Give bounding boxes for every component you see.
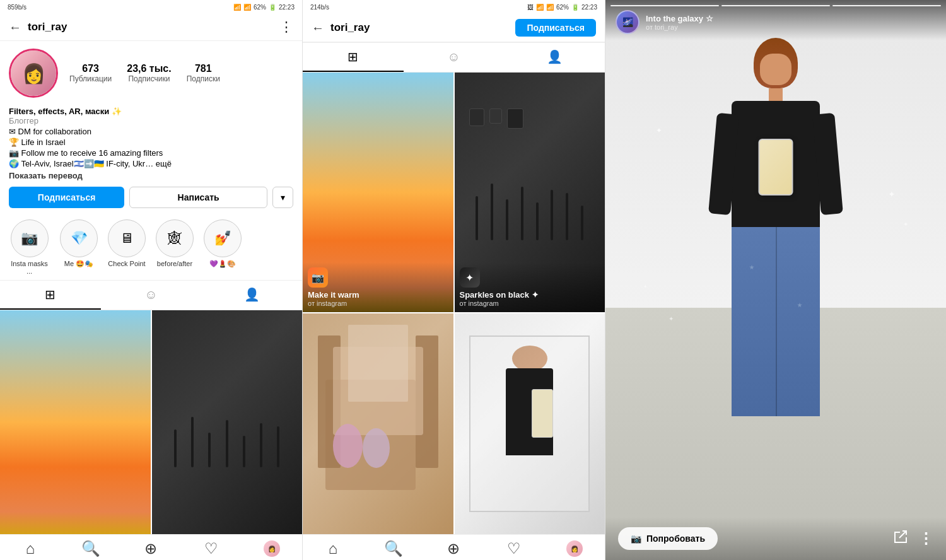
highlight-insta-masks[interactable]: 📷 Insta masks ... — [9, 219, 50, 275]
highlight-circle-check-point: 🖥 — [108, 219, 146, 257]
bottom-nav-middle: ⌂ 🔍 ⊕ ♡ 👩 — [303, 534, 605, 560]
highlight-me[interactable]: 💎 Me 🤩🎭 — [60, 219, 98, 275]
photo-grid-middle: 📷 Make it warm от instagram — [303, 73, 605, 534]
top-nav-middle: ← tori_ray Подписаться — [303, 14, 605, 42]
photo-grid-left — [0, 310, 302, 534]
grid-cell-sparkles-on-black[interactable]: ✦ Sparkles on black ✦ от instagram — [455, 73, 605, 312]
try-button[interactable]: 📷 Попробовать — [618, 527, 718, 550]
more-icon-story[interactable]: ⋮ — [918, 530, 933, 547]
bottom-heart-left[interactable]: ♡ — [181, 540, 242, 557]
highlight-circle-heart-nails: 💅 — [204, 219, 242, 257]
highlights-row-left: 📷 Insta masks ... 💎 Me 🤩🎭 🖥 Check Point … — [0, 214, 302, 280]
story-title: Into the galaxy ☆ — [646, 14, 936, 23]
bottom-profile-left[interactable]: 👩 — [242, 540, 302, 557]
tabs-row-left: ⊞ ☺ 👤 — [0, 280, 302, 310]
story-progress-bar — [610, 5, 941, 6]
bio-category: Блоггер — [9, 116, 293, 125]
phone-panel-left: 859b/s 📶 📶 62% 🔋 22:23 ← tori_ray ⋮ 👩 67… — [0, 0, 303, 560]
highlight-label-heart-nails: 💜💄🎨 — [209, 260, 236, 268]
bottom-profile-middle[interactable]: 👩 — [544, 540, 605, 557]
bottom-add-left[interactable]: ⊕ — [121, 540, 182, 557]
highlight-circle-me: 💎 — [60, 219, 98, 257]
highlight-heart-nails[interactable]: 💅 💜💄🎨 — [204, 219, 242, 275]
filter-name-make-it-warm: Make it warm — [308, 290, 448, 300]
story-title-wrap: Into the galaxy ☆ от tori_ray — [646, 14, 936, 31]
filter-from-make-it-warm: от instagram — [308, 300, 448, 307]
share-icon-story[interactable] — [893, 529, 908, 548]
story-background: ✦ ✦ ✦ ✦ ✦ — [605, 0, 946, 560]
tabs-row-middle: ⊞ ☺ 👤 — [303, 42, 605, 73]
highlight-label-check-point: Check Point — [108, 260, 145, 267]
tab-reels-middle[interactable]: ☺ — [404, 43, 505, 72]
signal-icon: 📶 — [243, 4, 251, 11]
dropdown-button-left[interactable]: ▾ — [272, 187, 293, 208]
write-button-left[interactable]: Написать — [129, 187, 267, 208]
bio-line3: 📷 Follow me to receive 16 amazing filter… — [9, 148, 293, 158]
status-speed-left: 859b/s — [8, 4, 26, 11]
status-speed-middle: 214b/s — [310, 4, 329, 11]
avatar-left[interactable]: 👩 — [9, 49, 58, 98]
bottom-home-left[interactable]: ⌂ — [0, 540, 61, 557]
grid-cell-mirror-selfie[interactable] — [455, 313, 605, 534]
grid-cell-make-it-warm[interactable]: 📷 Make it warm от instagram — [303, 73, 453, 312]
stat-posts: 673 Публикации — [69, 63, 112, 83]
bottom-nav-left: ⌂ 🔍 ⊕ ♡ 👩 — [0, 534, 302, 560]
back-button-middle[interactable]: ← — [312, 21, 324, 35]
highlight-circle-before-after: 🕸 — [156, 219, 194, 257]
overlay-make-it-warm: 📷 Make it warm от instagram — [303, 262, 453, 312]
svg-line-0 — [899, 531, 906, 538]
tab-reels-left[interactable]: ☺ — [101, 281, 202, 310]
show-translate-btn[interactable]: Показать перевод — [9, 171, 293, 180]
more-options-left[interactable]: ⋮ — [279, 19, 293, 35]
progress-seg-1 — [610, 5, 719, 6]
bio-line1: ✉ DM for collaboration — [9, 127, 293, 136]
bottom-heart-middle[interactable]: ♡ — [484, 540, 544, 557]
grid-cell-furniture[interactable] — [303, 313, 453, 534]
highlight-check-point[interactable]: 🖥 Check Point — [108, 219, 146, 275]
stat-followers: 23,6 тыс. Подписчики — [127, 63, 171, 83]
bio-line4: 🌍 Tel-Aviv, Israel🇮🇱➡️🇺🇦 IF-city, Ukr… е… — [9, 159, 293, 168]
battery-left: 62% — [254, 4, 266, 11]
status-bar-left: 859b/s 📶 📶 62% 🔋 22:23 — [0, 0, 302, 14]
bottom-search-middle[interactable]: 🔍 — [363, 540, 424, 557]
battery-middle: 62% — [556, 4, 569, 11]
back-button-left[interactable]: ← — [9, 20, 21, 35]
stats-row-left: 673 Публикации 23,6 тыс. Подписчики 781 … — [69, 63, 293, 83]
filter-from-sparkles: от instagram — [460, 300, 600, 307]
story-actions: ⋮ — [893, 529, 933, 548]
status-icons-middle: 🖼 📶 📶 62% 🔋 22:23 — [527, 4, 597, 11]
tab-tagged-left[interactable]: 👤 — [201, 281, 302, 310]
username-left: tori_ray — [28, 21, 279, 33]
subscribe-button-middle[interactable]: Подписаться — [515, 19, 596, 37]
progress-seg-3 — [832, 5, 941, 6]
bottom-search-left[interactable]: 🔍 — [61, 540, 121, 557]
tab-grid-middle[interactable]: ⊞ — [303, 43, 404, 72]
top-nav-left: ← tori_ray ⋮ — [0, 14, 302, 41]
username-middle: tori_ray — [330, 21, 515, 34]
story-avatar[interactable]: 🌌 — [616, 10, 639, 34]
phone-panel-right: ✦ ✦ ✦ ✦ ✦ 🌌 Into the galaxy ☆ от tori_ra… — [605, 0, 946, 560]
time-middle: 22:23 — [581, 4, 597, 11]
profile-section-left: 👩 673 Публикации 23,6 тыс. Подписчики 78… — [0, 41, 302, 103]
wifi-icon-middle: 📶 — [536, 4, 544, 11]
time-left: 22:23 — [279, 4, 295, 11]
bottom-home-middle[interactable]: ⌂ — [303, 540, 363, 557]
avatar-tiny-left: 👩 — [264, 540, 280, 557]
tab-tagged-middle[interactable]: 👤 — [504, 43, 605, 72]
highlight-label-before-after: before/after — [157, 260, 192, 267]
grid-cell-candles-left[interactable] — [152, 310, 303, 534]
highlight-circle-insta-masks: 📷 — [11, 219, 49, 257]
action-buttons-left: Подписаться Написать ▾ — [0, 180, 302, 214]
subscribe-button-left[interactable]: Подписаться — [9, 187, 124, 208]
bio-section-left: Filters, effects, AR, маски ✨ Блоггер ✉ … — [0, 103, 302, 180]
highlight-label-insta-masks: Insta masks ... — [9, 260, 50, 275]
camera-icon-try: 📷 — [631, 534, 641, 544]
bottom-add-middle[interactable]: ⊕ — [424, 540, 484, 557]
progress-seg-2 — [721, 5, 830, 6]
highlight-before-after[interactable]: 🕸 before/after — [156, 219, 194, 275]
highlight-label-me: Me 🤩🎭 — [64, 260, 93, 268]
tab-grid-left[interactable]: ⊞ — [0, 281, 101, 310]
bio-line2: 🏆 Life in Israel — [9, 137, 293, 147]
grid-cell-sunset-left[interactable] — [0, 310, 151, 534]
phone-panel-middle: 214b/s 🖼 📶 📶 62% 🔋 22:23 ← tori_ray Подп… — [303, 0, 605, 560]
